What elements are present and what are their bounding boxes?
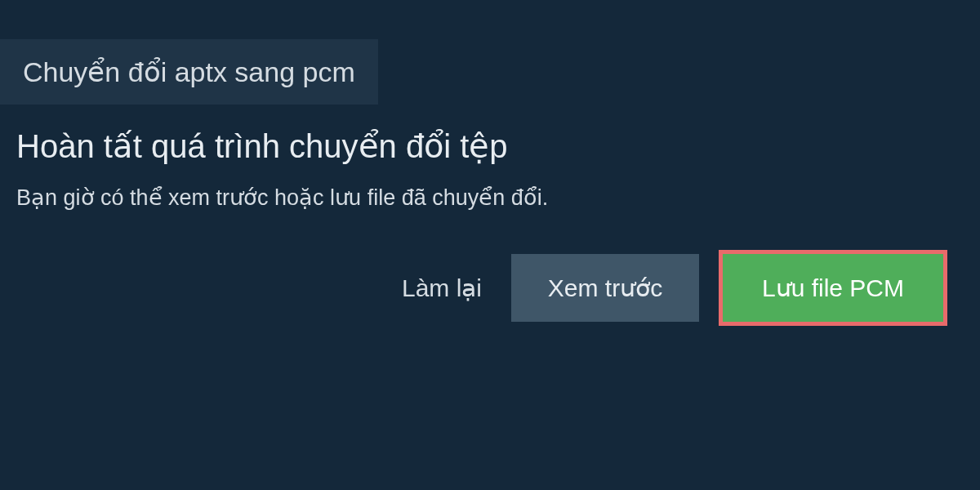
tab-label: Chuyển đổi aptx sang pcm [23,56,355,87]
page-title: Hoàn tất quá trình chuyển đổi tệp [16,127,964,165]
content-area: Hoàn tất quá trình chuyển đổi tệp Bạn gi… [0,105,980,326]
preview-button[interactable]: Xem trước [511,254,699,322]
button-row: Làm lại Xem trước Lưu file PCM [16,250,964,326]
retry-button[interactable]: Làm lại [392,274,492,302]
save-button[interactable]: Lưu file PCM [719,250,947,326]
tab-convert[interactable]: Chuyển đổi aptx sang pcm [0,39,378,105]
page-subtitle: Bạn giờ có thể xem trước hoặc lưu file đ… [16,185,964,211]
